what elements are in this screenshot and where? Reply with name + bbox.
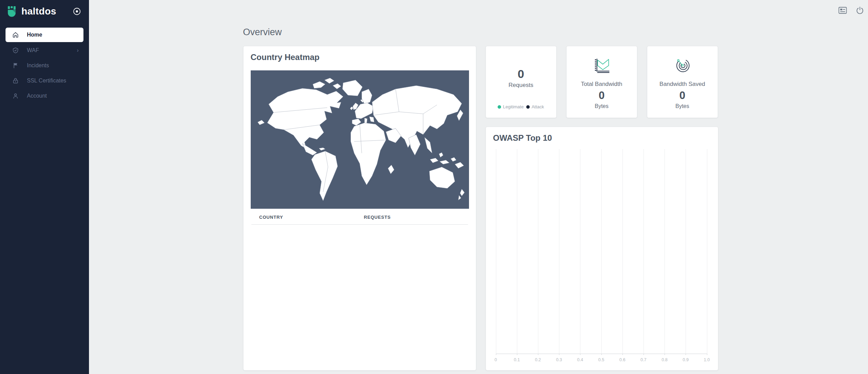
axis-tick — [538, 354, 538, 355]
column-country: COUNTRY — [251, 215, 364, 220]
world-map[interactable] — [251, 70, 469, 209]
sidebar-item-home[interactable]: Home — [6, 28, 83, 42]
user-icon — [12, 93, 19, 99]
sidebar-item-label: WAF — [27, 47, 77, 53]
area-chart-icon — [593, 55, 611, 76]
sidebar-header: haltdos — [0, 0, 89, 23]
x-tick-label: 0.1 — [514, 357, 520, 362]
shield-icon — [12, 47, 19, 53]
gridline — [622, 149, 623, 354]
owasp-chart-plot-area[interactable] — [496, 149, 707, 354]
gridline — [665, 149, 665, 354]
gridline — [559, 149, 559, 354]
bandwidth-saved-title: Bandwidth Saved — [659, 81, 705, 88]
axis-tick — [643, 354, 644, 355]
gridline — [517, 149, 517, 354]
lock-icon — [12, 78, 19, 84]
page-title: Overview — [243, 27, 718, 38]
axis-tick — [665, 354, 665, 355]
owasp-top10-card: OWASP Top 10 — [486, 127, 718, 371]
total-bandwidth-value: 0 — [599, 90, 605, 101]
sidebar-item-account[interactable]: Account — [6, 88, 83, 104]
axis-tick — [496, 354, 496, 355]
axis-tick — [686, 354, 686, 355]
requests-legend: Legitimate Attack — [486, 104, 556, 109]
axis-tick — [601, 354, 602, 355]
gridline — [580, 149, 580, 354]
x-tick-label: 0.3 — [556, 357, 562, 362]
x-tick-label: 0 — [495, 357, 497, 362]
home-icon — [12, 32, 19, 38]
main-content: Overview Country Heatmap — [89, 0, 868, 374]
gridline — [707, 149, 707, 354]
gridline — [538, 149, 538, 354]
x-tick-label: 0.9 — [683, 357, 689, 362]
chevron-right-icon: › — [77, 47, 79, 53]
bandwidth-saved-card: Bandwidth Saved 0 Bytes — [647, 46, 718, 118]
haltdos-logo-icon — [6, 5, 18, 18]
sidebar-item-label: Home — [27, 32, 79, 38]
radar-icon — [673, 55, 692, 76]
stats-row: 0 Requests Legitimate Attack — [486, 46, 718, 118]
country-table-header: COUNTRY REQUESTS — [251, 209, 468, 225]
legend-legitimate: Legitimate — [498, 104, 523, 109]
x-tick-label: 1.0 — [704, 357, 710, 362]
x-tick-label: 0.2 — [535, 357, 541, 362]
x-tick-label: 0.5 — [598, 357, 604, 362]
attack-dot-icon — [526, 105, 530, 109]
bandwidth-saved-unit: Bytes — [675, 103, 689, 109]
total-bandwidth-unit: Bytes — [595, 103, 608, 109]
axis-tick — [580, 354, 580, 355]
sidebar-item-waf[interactable]: WAF › — [6, 43, 83, 58]
axis-tick — [622, 354, 623, 355]
sidebar-item-ssl-certificates[interactable]: SSL Certificates — [6, 73, 83, 88]
total-bandwidth-title: Total Bandwidth — [581, 81, 622, 88]
total-bandwidth-card: Total Bandwidth 0 Bytes — [566, 46, 637, 118]
column-requests: REQUESTS — [364, 215, 391, 220]
owasp-x-axis-labels: 0 0.1 0.2 0.3 0.4 0.5 0.6 0.7 0.8 0.9 1.… — [496, 357, 707, 363]
axis-tick — [559, 354, 559, 355]
legend-legitimate-label: Legitimate — [503, 104, 523, 109]
axis-tick — [517, 354, 517, 355]
logo-text: haltdos — [21, 6, 56, 17]
bandwidth-saved-value: 0 — [679, 90, 685, 101]
legend-attack-label: Attack — [531, 104, 544, 109]
sidebar-item-label: Incidents — [27, 62, 79, 69]
sidebar-item-label: Account — [27, 93, 79, 99]
axis-tick — [707, 354, 707, 355]
requests-label: Requests — [509, 82, 533, 89]
sidebar-item-incidents[interactable]: Incidents — [6, 58, 83, 73]
requests-value: 0 — [518, 68, 524, 80]
sidebar: haltdos Home WAF — [0, 0, 89, 374]
x-tick-label: 0.8 — [661, 357, 667, 362]
gridline — [686, 149, 686, 354]
logo[interactable]: haltdos — [6, 5, 72, 18]
sidebar-collapse-icon[interactable] — [72, 7, 81, 16]
gridline — [601, 149, 602, 354]
legend-attack: Attack — [526, 104, 544, 109]
x-tick-label: 0.4 — [577, 357, 583, 362]
flag-icon — [12, 62, 19, 69]
sidebar-item-label: SSL Certificates — [27, 78, 79, 84]
country-heatmap-card: Country Heatmap — [243, 46, 476, 371]
x-tick-label: 0.6 — [619, 357, 625, 362]
owasp-card-title: OWASP Top 10 — [493, 133, 711, 143]
requests-card: 0 Requests Legitimate Attack — [486, 46, 557, 118]
heatmap-card-title: Country Heatmap — [251, 52, 469, 62]
x-tick-label: 0.7 — [640, 357, 646, 362]
gridline — [643, 149, 644, 354]
legitimate-dot-icon — [498, 105, 501, 109]
sidebar-nav: Home WAF › Incidents — [0, 28, 89, 104]
gridline — [496, 149, 496, 354]
